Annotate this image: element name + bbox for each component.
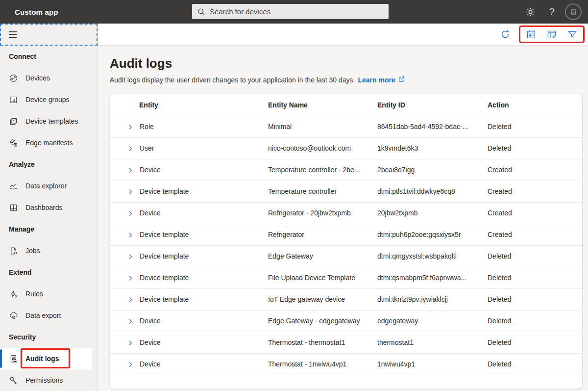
cell-action: Deleted	[488, 353, 582, 375]
learn-more-link[interactable]: Learn more	[358, 76, 395, 84]
devices-icon	[9, 74, 18, 82]
settings-button[interactable]	[519, 0, 541, 24]
page-description: Audit logs display the user driven chang…	[110, 76, 582, 84]
sidebar-item-label: Device groups	[25, 96, 70, 104]
cell-entity-name: Refrigerator	[268, 224, 377, 245]
sidebar-item-permissions[interactable]: Permissions	[0, 369, 98, 391]
annotation-red-box	[519, 26, 585, 43]
expand-chevron-icon[interactable]	[127, 318, 133, 324]
rules-icon	[9, 289, 18, 298]
cell-entity-label: Device	[140, 360, 161, 368]
table-row[interactable]: Device template File Upload Device Templ…	[110, 267, 582, 288]
sidebar-item-jobs[interactable]: Jobs	[0, 240, 98, 261]
cell-entity-name: Temperature controller	[268, 181, 377, 202]
sidebar-collapse-row[interactable]	[0, 24, 98, 46]
help-button[interactable]: ?	[541, 0, 563, 24]
table-row[interactable]: User nico-contoso@outlook.com 1k9vmdet6k…	[110, 137, 582, 159]
table-row[interactable]: Device template Edge Gateway dtmi:qmgyxs…	[110, 245, 582, 267]
sidebar-item-device-templates[interactable]: Device templates	[0, 110, 98, 132]
topbar-actions: ?	[519, 0, 584, 24]
sidebar-item-device-groups[interactable]: Device groups	[0, 89, 98, 110]
sidebar-item-audit-logs[interactable]: Audit logs	[0, 348, 92, 369]
cell-entity-label: Device	[140, 339, 161, 346]
cell-entity-name: Thermostat - thermostat1	[268, 332, 377, 353]
sidebar-section-connect: Connect	[0, 46, 98, 67]
cell-action: Deleted	[488, 116, 582, 137]
jobs-icon	[9, 246, 18, 255]
sidebar-item-dashboards[interactable]: Dashboards	[0, 197, 98, 218]
table-row[interactable]: Device Temperature controller - 2be... 2…	[110, 159, 582, 181]
table-row[interactable]: Device template IoT Edge gateway device …	[110, 288, 582, 310]
expand-chevron-icon[interactable]	[127, 297, 133, 303]
avatar	[565, 3, 582, 20]
cell-entity-name: Minimal	[268, 116, 377, 137]
expand-chevron-icon[interactable]	[127, 210, 133, 216]
column-header-entity-id[interactable]: Entity ID	[377, 94, 488, 116]
cell-entity-id: dtmi:ptls1tvil:ddwkye6cq8	[377, 181, 488, 202]
cell-entity-name: Temperature controller - 2be...	[268, 159, 377, 181]
hamburger-menu-button[interactable]	[8, 31, 17, 38]
expand-chevron-icon[interactable]	[127, 124, 133, 130]
sidebar-item-data-explorer[interactable]: Data explorer	[0, 175, 98, 197]
table-row[interactable]: Device template Refrigerator dtmi:puh6p2…	[110, 224, 582, 245]
expand-chevron-icon[interactable]	[127, 340, 133, 346]
page-title: Audit logs	[110, 56, 582, 71]
table-row[interactable]: Device Edge Gateway - edgegateway edgega…	[110, 310, 582, 332]
table-row[interactable]: Device Refrigerator - 20jbw2txpmb 20jbw2…	[110, 202, 582, 224]
filter-button[interactable]	[567, 29, 578, 40]
sidebar-item-label: Audit logs	[25, 355, 59, 363]
sidebar-item-rules[interactable]: Rules	[0, 283, 98, 305]
content-area: Audit logs Audit logs display the user d…	[98, 24, 588, 391]
search-box[interactable]	[192, 4, 389, 19]
sidebar-item-label: Data explorer	[25, 182, 67, 190]
device-groups-icon	[9, 95, 18, 104]
cell-entity-label: Device template	[140, 274, 189, 282]
refresh-button[interactable]	[498, 27, 513, 42]
cell-entity-name: Edge Gateway - edgegateway	[268, 310, 377, 332]
expand-chevron-icon[interactable]	[127, 275, 133, 281]
column-header-entity-name[interactable]: Entity Name	[268, 94, 377, 116]
audit-table: Entity Entity Name Entity ID Action Role…	[110, 94, 582, 375]
cell-entity-id: 20jbw2txpmb	[377, 202, 488, 224]
column-header-action[interactable]: Action	[488, 94, 582, 116]
column-options-button[interactable]	[546, 29, 557, 40]
cell-action: Deleted	[488, 245, 582, 267]
key-icon	[9, 376, 18, 385]
table-row[interactable]: Role Minimal 86451dab-5ad4-4592-bdac-...…	[110, 116, 582, 137]
table-row[interactable]: Device template Temperature controller d…	[110, 181, 582, 202]
cell-entity-id: 1k9vmdet6k3	[377, 137, 488, 159]
sidebar-item-label: Jobs	[25, 247, 40, 255]
table-row[interactable]: Device Thermostat - 1nwiwu4vp1 1nwiwu4vp…	[110, 353, 582, 375]
expand-chevron-icon[interactable]	[127, 362, 133, 367]
table-row[interactable]: Device Thermostat - thermostat1 thermost…	[110, 332, 582, 353]
sidebar-item-devices[interactable]: Devices	[0, 67, 98, 89]
expand-chevron-icon[interactable]	[127, 254, 133, 260]
column-header-entity[interactable]: Entity	[110, 94, 268, 116]
sidebar-item-data-export[interactable]: Data export	[0, 305, 98, 326]
sidebar-item-label: Rules	[25, 290, 43, 298]
sidebar-section-security: Security	[0, 326, 98, 348]
calendar-icon	[526, 29, 536, 39]
cell-entity-id: thermostat1	[377, 332, 488, 353]
search-input[interactable]	[210, 4, 389, 19]
expand-chevron-icon[interactable]	[127, 232, 133, 238]
filter-icon	[567, 29, 577, 39]
time-range-button[interactable]	[526, 29, 537, 40]
cell-entity-name: IoT Edge gateway device	[268, 288, 377, 310]
cell-action: Created	[488, 202, 582, 224]
cell-entity-id: dtmi:qsmabpm5f:f6apnwwa...	[377, 267, 488, 288]
expand-chevron-icon[interactable]	[127, 146, 133, 152]
cell-entity-label: Device template	[140, 252, 189, 260]
hamburger-icon	[8, 31, 17, 38]
audit-table-card: Entity Entity Name Entity ID Action Role…	[110, 94, 582, 389]
account-button[interactable]	[563, 0, 584, 24]
expand-chevron-icon[interactable]	[127, 167, 133, 173]
cell-entity-id: dtmi:puh6p2ooe:gqsxiysx5r	[377, 224, 488, 245]
sidebar-item-edge-manifests[interactable]: Edge manifests	[0, 132, 98, 154]
sidebar-section-extend: Extend	[0, 261, 98, 283]
description-text: Audit logs display the user driven chang…	[110, 76, 355, 84]
cell-entity-label: Device template	[140, 187, 189, 195]
cell-entity-name: File Upload Device Template	[268, 267, 377, 288]
expand-chevron-icon[interactable]	[127, 189, 133, 195]
cell-entity-id: 86451dab-5ad4-4592-bdac-...	[377, 116, 488, 137]
